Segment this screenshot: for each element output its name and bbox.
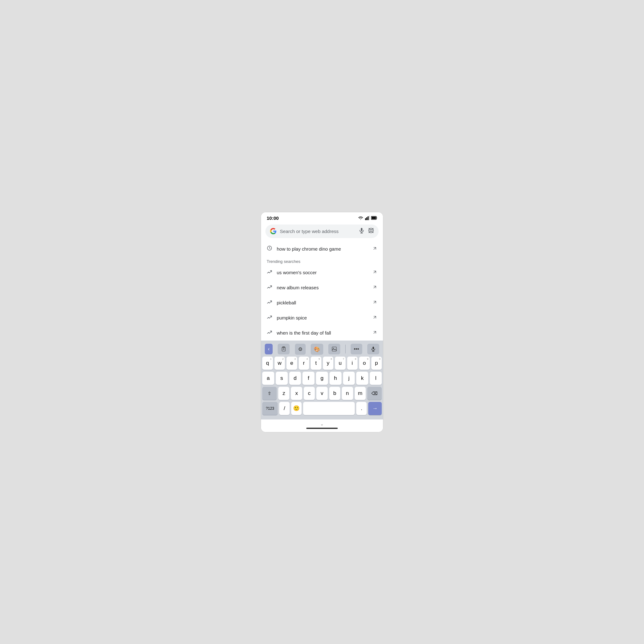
- key-l[interactable]: l: [370, 372, 382, 385]
- keyboard: ‹ ⚙ 🎨 •••: [261, 341, 383, 419]
- keyboard-mic-button[interactable]: [367, 344, 379, 354]
- key-w[interactable]: w2: [275, 357, 285, 370]
- svg-rect-2: [368, 216, 369, 220]
- keyboard-row-3: ⇧ z x c v b n m ⌫: [262, 387, 382, 400]
- keyboard-toolbar: ‹ ⚙ 🎨 •••: [262, 342, 382, 357]
- search-bar[interactable]: Search or type web address: [265, 225, 379, 238]
- key-x[interactable]: x: [291, 387, 302, 400]
- trending-arrow-icon-1: [267, 284, 272, 291]
- key-o[interactable]: o9: [359, 357, 370, 370]
- arrow-up-left-icon-t0: [372, 269, 377, 275]
- key-k[interactable]: k: [356, 372, 368, 385]
- key-b[interactable]: b: [329, 387, 340, 400]
- clipboard-button[interactable]: [278, 344, 290, 354]
- back-button[interactable]: ‹: [265, 344, 273, 354]
- trending-arrow-icon-4: [267, 330, 272, 336]
- arrow-up-left-icon-t2: [372, 300, 377, 306]
- phone-frame: 10:00: [261, 212, 383, 432]
- symbols-key[interactable]: ?123: [262, 402, 278, 415]
- history-item[interactable]: how to play chrome dino game: [261, 241, 383, 257]
- search-input[interactable]: Search or type web address: [280, 229, 355, 234]
- trending-item-2[interactable]: pickleball: [261, 295, 383, 310]
- svg-rect-1: [366, 217, 367, 220]
- trending-item-0[interactable]: us women's soccer: [261, 265, 383, 280]
- svg-point-10: [370, 229, 372, 231]
- svg-rect-3: [369, 216, 369, 220]
- svg-point-17: [333, 348, 334, 348]
- key-i[interactable]: i8: [347, 357, 358, 370]
- key-c[interactable]: c: [304, 387, 315, 400]
- home-indicator: [306, 428, 338, 429]
- trending-text-2: pickleball: [277, 300, 368, 305]
- key-a[interactable]: a: [262, 372, 274, 385]
- arrow-up-left-icon-t3: [372, 315, 377, 321]
- wifi-icon: [358, 216, 364, 220]
- trending-text-0: us women's soccer: [277, 270, 368, 275]
- keyboard-row-2: a s d f g h j k l: [262, 372, 382, 385]
- trending-label: Trending searches: [261, 257, 383, 265]
- key-r[interactable]: r4: [299, 357, 309, 370]
- svg-rect-6: [361, 228, 363, 231]
- keyboard-row-1: q1 w2 e3 r4 t5 y6 u7 i8 o9 p0: [262, 357, 382, 370]
- key-m[interactable]: m: [355, 387, 366, 400]
- google-logo: [270, 228, 277, 235]
- arrow-up-left-icon: [372, 246, 377, 252]
- mic-icon[interactable]: [358, 227, 365, 235]
- trending-arrow-icon-2: [267, 299, 272, 306]
- key-s[interactable]: s: [276, 372, 288, 385]
- key-t[interactable]: t5: [311, 357, 321, 370]
- toolbar-separator: [345, 345, 346, 353]
- key-p[interactable]: p0: [371, 357, 382, 370]
- trending-item-4[interactable]: when is the first day of fall: [261, 325, 383, 341]
- bottom-bar: ⌄: [261, 419, 383, 432]
- key-d[interactable]: d: [289, 372, 301, 385]
- search-content: how to play chrome dino game Trending se…: [261, 241, 383, 341]
- enter-key[interactable]: →: [368, 402, 382, 415]
- settings-button[interactable]: ⚙: [295, 344, 306, 355]
- lens-icon[interactable]: [368, 227, 374, 235]
- history-icon: [267, 245, 272, 253]
- key-v[interactable]: v: [316, 387, 327, 400]
- svg-rect-5: [372, 217, 376, 219]
- shift-key[interactable]: ⇧: [262, 387, 277, 400]
- trending-item-3[interactable]: pumpkin spice: [261, 310, 383, 325]
- battery-icon: [371, 216, 377, 220]
- trending-arrow-icon-3: [267, 314, 272, 321]
- more-button[interactable]: •••: [351, 344, 362, 354]
- key-z[interactable]: z: [278, 387, 289, 400]
- period-key[interactable]: .: [356, 402, 367, 415]
- key-f[interactable]: f: [303, 372, 314, 385]
- svg-rect-18: [373, 347, 374, 349]
- trending-text-4: when is the first day of fall: [277, 330, 368, 336]
- backspace-key[interactable]: ⌫: [367, 387, 382, 400]
- key-q[interactable]: q1: [262, 357, 273, 370]
- status-bar: 10:00: [261, 212, 383, 223]
- history-text: how to play chrome dino game: [277, 246, 368, 252]
- status-icons: [358, 216, 377, 220]
- signal-icon: [365, 216, 369, 220]
- key-u[interactable]: u7: [335, 357, 346, 370]
- search-bar-container: Search or type web address: [261, 223, 383, 241]
- emoji-key[interactable]: 🙂: [291, 402, 302, 415]
- trending-item-1[interactable]: new album releases: [261, 280, 383, 295]
- image-button[interactable]: [328, 344, 340, 354]
- palette-button[interactable]: 🎨: [311, 344, 323, 355]
- trending-arrow-icon-0: [267, 269, 272, 276]
- key-g[interactable]: g: [316, 372, 328, 385]
- arrow-up-left-icon-t4: [372, 330, 377, 336]
- key-e[interactable]: e3: [286, 357, 297, 370]
- slash-key[interactable]: /: [279, 402, 290, 415]
- keyboard-row-4: ?123 / 🙂 . →: [262, 402, 382, 415]
- trending-text-3: pumpkin spice: [277, 315, 368, 320]
- arrow-up-left-icon-t1: [372, 285, 377, 291]
- space-key[interactable]: [303, 402, 355, 415]
- svg-rect-16: [332, 347, 336, 351]
- key-h[interactable]: h: [330, 372, 341, 385]
- trending-text-1: new album releases: [277, 285, 368, 290]
- key-y[interactable]: y6: [323, 357, 334, 370]
- key-j[interactable]: j: [343, 372, 355, 385]
- key-n[interactable]: n: [342, 387, 353, 400]
- chevron-down-icon[interactable]: ⌄: [320, 421, 324, 426]
- svg-rect-0: [365, 218, 366, 220]
- status-time: 10:00: [267, 215, 279, 221]
